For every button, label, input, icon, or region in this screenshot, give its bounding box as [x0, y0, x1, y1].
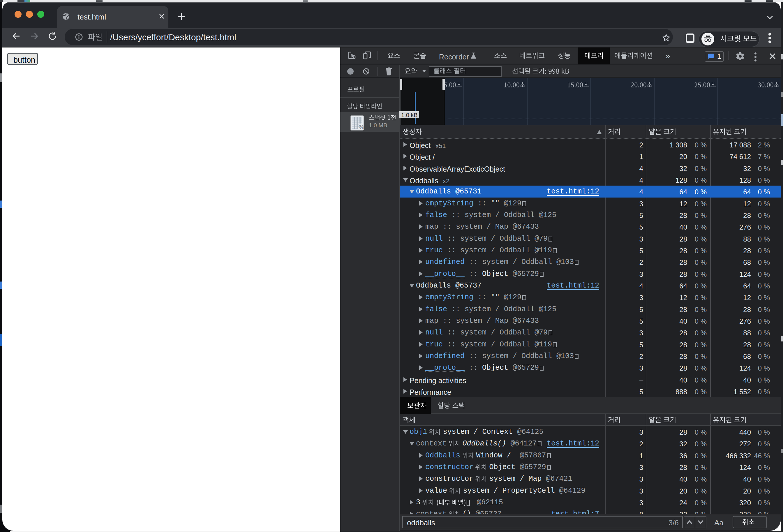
svg-text:%: % [358, 124, 364, 130]
